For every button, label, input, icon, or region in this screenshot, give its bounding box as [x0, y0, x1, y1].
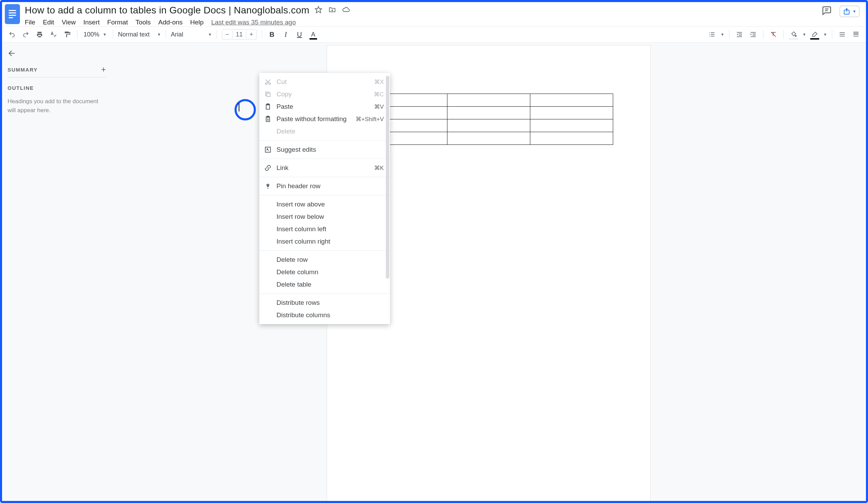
font-size-value[interactable]: 11: [232, 31, 246, 38]
menu-distribute-rows[interactable]: Distribute rows: [259, 297, 390, 309]
menu-distribute-columns[interactable]: Distribute columns: [259, 309, 390, 321]
menu-delete: Delete: [259, 125, 390, 137]
svg-rect-18: [751, 37, 756, 37]
scrollbar[interactable]: [386, 76, 389, 279]
last-edit-link[interactable]: Last edit was 35 minutes ago: [211, 19, 296, 26]
underline-button[interactable]: U: [294, 29, 305, 40]
svg-point-28: [266, 83, 267, 85]
bold-button[interactable]: B: [267, 29, 277, 40]
document-title[interactable]: How to add a column to tables in Google …: [25, 4, 309, 17]
decrease-font-size-button[interactable]: −: [222, 31, 232, 38]
increase-font-size-button[interactable]: +: [246, 31, 257, 38]
svg-rect-25: [854, 33, 859, 34]
outline-panel: SUMMARY + OUTLINE Headings you add to th…: [2, 43, 111, 501]
editing-mode-button[interactable]: [837, 29, 847, 40]
font-value: Arial: [171, 31, 183, 38]
menu-insert-column-right[interactable]: Insert column right: [259, 235, 390, 248]
svg-rect-13: [737, 37, 742, 37]
document-table[interactable]: [364, 94, 613, 145]
svg-rect-17: [753, 35, 756, 36]
app-frame: How to add a column to tables in Google …: [0, 0, 868, 503]
menu-addons[interactable]: Add-ons: [158, 19, 183, 26]
svg-rect-21: [840, 32, 845, 33]
menu-format[interactable]: Format: [107, 19, 128, 26]
svg-rect-22: [840, 34, 845, 35]
font-dropdown[interactable]: Arial ▼: [171, 31, 212, 38]
zoom-dropdown[interactable]: 100% ▼: [82, 31, 108, 38]
increase-indent-button[interactable]: [748, 29, 758, 40]
menu-suggest-edits[interactable]: Suggest edits: [259, 143, 390, 156]
font-size-stepper: − 11 +: [222, 29, 257, 40]
fill-color-button[interactable]: [788, 29, 799, 40]
docs-logo-icon[interactable]: [5, 4, 20, 24]
text-color-button[interactable]: A: [308, 29, 319, 40]
menu-paste[interactable]: Paste ⌘V: [259, 101, 390, 113]
menu-bar: File Edit View Insert Format Tools Add-o…: [25, 17, 817, 26]
document-body: SUMMARY + OUTLINE Headings you add to th…: [2, 43, 866, 501]
menu-link[interactable]: Link ⌘K: [259, 162, 390, 174]
menu-delete-table[interactable]: Delete table: [259, 278, 390, 291]
numbered-list-button[interactable]: [707, 29, 717, 40]
menu-insert-row-below[interactable]: Insert row below: [259, 211, 390, 223]
menu-view[interactable]: View: [62, 19, 76, 26]
hide-menus-button[interactable]: [851, 29, 861, 40]
paint-format-button[interactable]: [62, 29, 72, 40]
chevron-down-icon: ▼: [103, 32, 107, 37]
menu-delete-row[interactable]: Delete row: [259, 254, 390, 266]
svg-rect-7: [710, 32, 710, 33]
spellcheck-button[interactable]: [48, 29, 59, 40]
menu-insert[interactable]: Insert: [83, 19, 100, 26]
redo-button[interactable]: [21, 29, 31, 40]
outline-hint: Headings you add to the document will ap…: [8, 97, 106, 115]
chevron-down-icon: ▼: [852, 9, 856, 13]
highlight-color-button[interactable]: [809, 29, 820, 40]
move-to-folder-icon[interactable]: [328, 6, 336, 15]
menu-file[interactable]: File: [25, 19, 35, 26]
menu-help[interactable]: Help: [190, 19, 204, 26]
italic-button[interactable]: I: [281, 29, 291, 40]
svg-marker-0: [316, 7, 322, 13]
clear-formatting-button[interactable]: [768, 29, 778, 40]
menu-pin-header-row[interactable]: Pin header row: [259, 180, 390, 192]
table-row: [364, 120, 613, 132]
svg-rect-23: [840, 36, 845, 37]
table-row: [364, 107, 613, 120]
svg-rect-27: [854, 36, 859, 37]
svg-marker-19: [751, 34, 752, 35]
paste-plain-icon: [264, 115, 272, 123]
chevron-down-icon[interactable]: ▼: [802, 32, 806, 37]
svg-rect-12: [739, 35, 742, 36]
svg-rect-30: [267, 93, 270, 97]
comments-icon[interactable]: [822, 6, 832, 17]
undo-button[interactable]: [7, 29, 17, 40]
chevron-down-icon[interactable]: ▼: [823, 32, 827, 37]
add-summary-button[interactable]: +: [101, 65, 106, 74]
share-button[interactable]: ▼: [839, 6, 860, 17]
star-icon[interactable]: [315, 6, 322, 15]
menu-tools[interactable]: Tools: [135, 19, 151, 26]
cloud-status-icon[interactable]: [342, 6, 350, 15]
chevron-down-icon[interactable]: ▼: [721, 32, 724, 37]
outline-collapse-button[interactable]: [8, 49, 106, 59]
svg-rect-11: [739, 34, 742, 34]
styles-dropdown[interactable]: Normal text ▼: [118, 31, 161, 38]
svg-rect-16: [753, 34, 756, 34]
toolbar: 100% ▼ Normal text ▼ Arial ▼ − 11 + B I …: [2, 26, 866, 43]
menu-delete-column[interactable]: Delete column: [259, 266, 390, 278]
menu-insert-row-above[interactable]: Insert row above: [259, 198, 390, 211]
svg-rect-4: [711, 32, 715, 33]
cut-icon: [264, 78, 272, 86]
chevron-down-icon: ▼: [208, 32, 212, 37]
svg-point-29: [269, 83, 271, 85]
svg-rect-6: [711, 36, 715, 37]
menu-edit[interactable]: Edit: [43, 19, 54, 26]
svg-rect-8: [710, 34, 710, 35]
print-button[interactable]: [34, 29, 45, 40]
svg-rect-5: [711, 34, 715, 35]
text-cursor: [239, 103, 239, 112]
menu-paste-without-formatting[interactable]: Paste without formatting ⌘+Shift+V: [259, 113, 390, 125]
menu-insert-column-left[interactable]: Insert column left: [259, 223, 390, 235]
copy-icon: [264, 91, 272, 98]
menu-cut: Cut ⌘X: [259, 76, 390, 88]
decrease-indent-button[interactable]: [734, 29, 745, 40]
